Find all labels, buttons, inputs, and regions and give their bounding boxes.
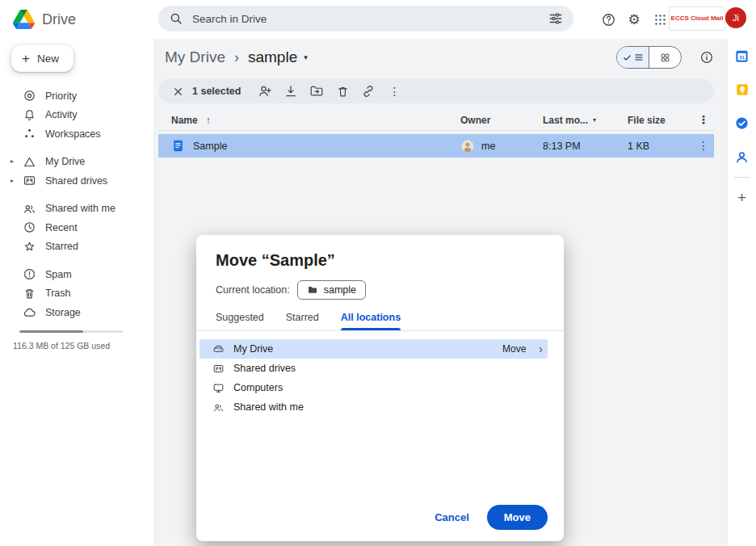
- list-view-button[interactable]: [617, 47, 649, 68]
- avatar-initials: Ji: [733, 13, 739, 23]
- sidebar-item-workspaces[interactable]: Workspaces: [0, 124, 153, 144]
- grid-view-button[interactable]: [649, 47, 681, 68]
- contacts-panel-button[interactable]: [734, 149, 750, 165]
- folder-icon: [307, 284, 318, 296]
- file-table-header: Name ↑ Owner Last mo... ▾ File size ⋮: [158, 113, 714, 131]
- move-here-action[interactable]: Move ›: [502, 343, 543, 355]
- sort-ascending-icon[interactable]: ↑: [206, 115, 211, 126]
- column-menu-caret-icon[interactable]: ▾: [593, 116, 596, 124]
- get-addons-button[interactable]: +: [737, 190, 746, 205]
- sidebar-item-label: Shared drives: [45, 175, 107, 187]
- tasks-panel-button[interactable]: [734, 116, 750, 131]
- account-avatar[interactable]: Ji: [725, 7, 746, 28]
- column-header-name[interactable]: Name ↑: [158, 115, 460, 126]
- keep-panel-button[interactable]: [735, 82, 750, 97]
- workspaces-icon: [23, 127, 36, 141]
- tab-all-locations[interactable]: All locations: [341, 312, 401, 330]
- row-more-actions-button[interactable]: ⋮: [693, 140, 714, 152]
- cancel-button[interactable]: Cancel: [425, 505, 479, 530]
- kebab-icon: ⋮: [388, 86, 400, 97]
- shared-with-me-icon: [212, 401, 225, 414]
- chevron-right-icon: ›: [539, 343, 543, 355]
- shared-drives-icon: [212, 363, 225, 375]
- contacts-icon: [734, 149, 750, 165]
- help-button[interactable]: [599, 10, 617, 28]
- details-button[interactable]: [699, 50, 714, 65]
- shared-with-me-icon: [23, 202, 36, 216]
- svg-text:31: 31: [739, 55, 745, 60]
- copy-link-button[interactable]: [355, 80, 381, 103]
- search-options-tune-icon[interactable]: [548, 11, 563, 26]
- delete-button[interactable]: [330, 80, 355, 103]
- clear-selection-button[interactable]: [165, 80, 191, 103]
- move-button[interactable]: Move: [487, 505, 548, 530]
- sidebar-item-my-drive[interactable]: ▸ My Drive: [0, 153, 153, 172]
- file-size-value: 1 KB: [628, 141, 649, 152]
- recent-clock-icon: [23, 220, 36, 234]
- column-header-owner[interactable]: Owner: [460, 115, 543, 126]
- settings-button[interactable]: ⚙: [625, 10, 643, 28]
- calendar-panel-button[interactable]: 31: [734, 48, 750, 64]
- tab-suggested[interactable]: Suggested: [216, 312, 264, 330]
- location-row-computers[interactable]: Computers: [200, 378, 548, 397]
- last-modified-value: 8:13 PM: [543, 141, 581, 152]
- search-bar[interactable]: [158, 6, 573, 32]
- side-panel: 31 +: [727, 39, 756, 546]
- gear-icon: ⚙: [628, 13, 640, 27]
- sidebar-item-starred[interactable]: Starred: [0, 237, 153, 257]
- dialog-tabs: Suggested Starred All locations: [196, 300, 564, 331]
- sidebar-item-label: Recent: [45, 222, 78, 233]
- sidebar-item-label: Storage: [45, 307, 81, 318]
- grid-view-icon: [660, 52, 670, 63]
- search-input[interactable]: [192, 13, 540, 25]
- sidebar-item-shared-with-me[interactable]: Shared with me: [0, 200, 153, 219]
- column-settings-button[interactable]: ⋮: [693, 114, 714, 126]
- folder-menu-caret-icon[interactable]: ▾: [304, 53, 308, 61]
- google-doc-icon: [171, 139, 185, 153]
- sidebar-item-label: Trash: [45, 288, 71, 299]
- sidebar-item-activity[interactable]: Activity: [0, 106, 153, 125]
- info-icon: [699, 50, 714, 65]
- sidebar-item-recent[interactable]: Recent: [0, 218, 153, 237]
- apps-grid-icon: [653, 13, 667, 27]
- column-header-file-size[interactable]: File size: [628, 115, 693, 126]
- column-header-last-modified[interactable]: Last mo... ▾: [543, 115, 628, 126]
- location-label: Computers: [233, 382, 283, 393]
- more-actions-button[interactable]: ⋮: [381, 80, 407, 103]
- google-apps-button[interactable]: [651, 10, 669, 28]
- new-button[interactable]: + New: [11, 45, 74, 72]
- calendar-icon: 31: [734, 48, 750, 64]
- location-row-shared-with-me[interactable]: Shared with me: [200, 397, 548, 417]
- file-row-sample[interactable]: Sample me 8:13 PM 1 KB ⋮: [158, 134, 714, 158]
- location-row-my-drive[interactable]: My Drive Move ›: [200, 339, 548, 359]
- tab-starred[interactable]: Starred: [286, 312, 319, 330]
- breadcrumb-current-folder[interactable]: sample: [248, 48, 297, 66]
- current-location-name: sample: [324, 284, 356, 296]
- expand-caret-icon[interactable]: ▸: [10, 177, 14, 184]
- drive-home-link[interactable]: Drive: [0, 0, 153, 31]
- current-location-chip[interactable]: sample: [297, 280, 366, 300]
- current-location-label: Current location:: [216, 284, 290, 296]
- storage-cloud-icon: [23, 305, 36, 319]
- new-button-label: New: [37, 52, 59, 65]
- share-button[interactable]: [252, 80, 278, 103]
- dialog-footer: Cancel Move: [425, 505, 548, 530]
- location-row-shared-drives[interactable]: Shared drives: [200, 359, 548, 378]
- breadcrumb-my-drive[interactable]: My Drive: [165, 48, 225, 66]
- plus-icon: +: [22, 52, 30, 65]
- computer-icon: [212, 382, 225, 394]
- sidebar-item-shared-drives[interactable]: ▸ Shared drives: [0, 171, 153, 191]
- trash-icon: [23, 287, 36, 300]
- sidebar-item-trash[interactable]: Trash: [0, 284, 153, 304]
- list-view-icon: [634, 52, 644, 62]
- move-to-button[interactable]: [304, 80, 330, 103]
- sidebar-item-priority[interactable]: Priority: [0, 86, 153, 106]
- download-button[interactable]: [278, 80, 304, 103]
- app-title: Drive: [42, 11, 76, 28]
- link-icon: [361, 84, 376, 99]
- selection-count: 1 selected: [192, 86, 241, 97]
- sidebar-item-storage[interactable]: Storage: [0, 303, 153, 322]
- sidebar-item-spam[interactable]: Spam: [0, 265, 153, 284]
- org-mail-badge[interactable]: ECCS Cloud Mail: [669, 6, 725, 31]
- expand-caret-icon[interactable]: ▸: [10, 158, 14, 166]
